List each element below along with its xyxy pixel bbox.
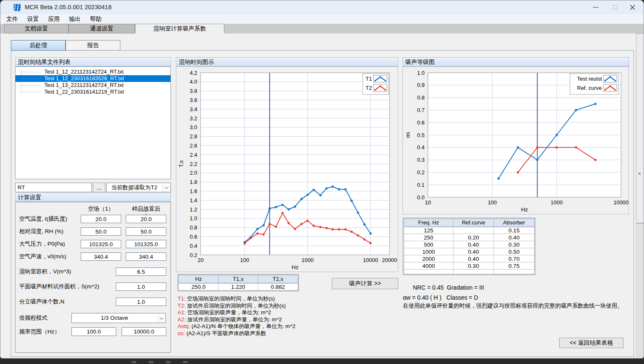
minimize-button[interactable]: [586, 0, 605, 14]
table-row: [404, 270, 535, 274]
data-target-select[interactable]: 当前数据读取为T2: [106, 183, 171, 192]
octave-mode-select[interactable]: 1/3 Octave: [71, 313, 166, 323]
temp-label: 空气温度, t(摄氏度): [19, 215, 67, 223]
close-button[interactable]: [623, 0, 642, 14]
svg-text:1.2: 1.2: [190, 206, 197, 213]
svg-text:2.0: 2.0: [190, 170, 197, 176]
temp-field-1[interactable]: [81, 215, 121, 223]
svg-text:20: 20: [198, 257, 204, 263]
pressure-label: 大气压力，P0(Pa): [19, 240, 65, 248]
note-text: 放试件后混响室的吸声量，单位为: m^2: [187, 316, 282, 323]
column-header: T1,s: [219, 275, 258, 283]
tree-branch-icon: [21, 92, 41, 92]
svg-text:100: 100: [240, 257, 249, 263]
sound-speed-field-2[interactable]: [126, 252, 166, 261]
calc-settings-title: 计算设置: [18, 194, 41, 201]
file-list-item[interactable]: Test 1_22_230316141219_RT.txt: [15, 89, 171, 95]
calc-settings-header: 计算设置: [15, 193, 171, 202]
subtab-post-process[interactable]: 后处理: [11, 40, 66, 51]
tree-branch-icon: [21, 85, 41, 86]
tab-document-settings[interactable]: 文档设置: [4, 24, 69, 33]
table-cell: [404, 270, 453, 274]
file-name: Test 1_13_221123142724_RT.txt: [44, 82, 124, 88]
svg-text:0.4: 0.4: [417, 144, 425, 150]
rt-chart-title: 混响时间图示: [179, 59, 214, 65]
svg-text:10000: 10000: [613, 199, 629, 206]
file-list-item[interactable]: Test 1_12_221123142724_RT.txt: [15, 69, 171, 75]
menu-item-help[interactable]: 帮助: [85, 14, 106, 24]
note-line: Aobj: (A2-A1)/N 单个物体的吸声量，单位为: m^2: [178, 323, 399, 330]
table-cell: 0.30: [494, 241, 535, 248]
svg-text:100: 100: [488, 199, 497, 206]
chevron-down-icon[interactable]: [163, 183, 170, 191]
table-cell: 0.40: [453, 248, 494, 255]
table-cell: 0.50: [494, 248, 535, 255]
menu-item-application[interactable]: 应用: [43, 14, 64, 24]
file-list-header: 混时间结果文件列表: [15, 57, 171, 66]
pressure-field-1[interactable]: [81, 240, 121, 248]
note-label: αs:: [178, 330, 186, 336]
temp-field-2[interactable]: [126, 215, 166, 223]
table-cell: 500: [404, 241, 453, 248]
svg-text:0.0: 0.0: [417, 194, 425, 201]
humidity-field-1[interactable]: [81, 227, 121, 236]
absorption-table: Freq. HzRef.curveAbsorber1250.152500.200…: [403, 218, 535, 275]
menu-item-file[interactable]: 文件: [2, 14, 23, 24]
svg-text:Hz: Hz: [292, 264, 299, 270]
menu-item-output[interactable]: 输出: [64, 14, 85, 24]
maximize-icon: [613, 5, 617, 10]
legend-notes: T1: 空场混响室的混响时间，单位为秒(s)T2: 放试件后混响室的混响时间，单…: [178, 295, 399, 337]
table-cell: 0.40: [453, 241, 494, 248]
column-header: Freq. Hz: [404, 219, 453, 227]
menu-item-settings[interactable]: 设置: [23, 14, 43, 24]
absorption-class-chart[interactable]: 0.00.10.20.30.40.50.60.70.80.91.01010010…: [402, 66, 629, 214]
octave-label: 倍频程模式: [19, 314, 48, 322]
chevron-down-icon[interactable]: [158, 314, 165, 322]
table-cell: 0.70: [494, 255, 535, 262]
file-list-item[interactable]: Test 1_13_221123142724_RT.txt: [15, 82, 171, 89]
sound-speed-field-1[interactable]: [81, 252, 121, 261]
area-field[interactable]: [116, 283, 166, 291]
svg-text:T,s: T,s: [178, 160, 184, 167]
collapse-left-icon[interactable]: <: [638, 171, 641, 176]
svg-text:0.7: 0.7: [417, 107, 425, 113]
absorption-calc-button[interactable]: 吸声计算 >>: [332, 278, 398, 289]
humidity-label: 相对湿度, RH (%): [19, 227, 64, 236]
table-row: 40000.300.75: [404, 262, 535, 270]
tab-reverb-room-absorption[interactable]: 混响室计算吸声系数: [135, 24, 224, 33]
maximize-button[interactable]: [605, 0, 624, 14]
file-list-item[interactable]: Test 1_12_230316183526_RT.txt: [15, 75, 171, 82]
humidity-field-2[interactable]: [126, 227, 166, 236]
tree-branch-icon: [21, 79, 41, 79]
svg-text:0.1: 0.1: [417, 182, 425, 188]
browse-button[interactable]: ...: [93, 183, 105, 192]
freq-max-field[interactable]: [122, 327, 166, 336]
collapsed-side-panel[interactable]: <: [636, 33, 644, 223]
pressure-field-2[interactable]: [126, 240, 166, 248]
note-label: Aobj:: [178, 323, 191, 329]
column-header: Absorber: [494, 219, 535, 227]
minimize-icon: [593, 7, 598, 8]
rt-chart-header: 混响时间图示: [176, 57, 398, 66]
nrc-result: NRC = 0.45 Gradation = III: [413, 284, 484, 291]
svg-text:1.6: 1.6: [190, 188, 197, 194]
svg-text:0.5: 0.5: [417, 132, 425, 138]
tab-strip: 文档设置通道设置混响室计算吸声系数: [0, 24, 644, 33]
note-line: T1: 空场混响室的混响时间，单位为秒(s): [178, 295, 399, 303]
volume-field[interactable]: [116, 267, 166, 276]
note-text: (A2-A1)/S 平面吸声体的吸声系数: [186, 330, 266, 336]
subtab-report[interactable]: 报告: [66, 40, 120, 51]
rt-chart[interactable]: 0.20.40.60.81.01.21.41.61.82.02.22.42.62…: [176, 66, 398, 272]
table-row: 2500.200.40: [404, 234, 535, 241]
svg-text:0.3: 0.3: [417, 157, 425, 163]
rt-filename-input[interactable]: [15, 183, 92, 192]
back-to-results-button[interactable]: << 返回结果表格: [559, 338, 624, 348]
note-line: T2: 放试件后混响室的混响时间，单位为秒(s): [178, 303, 399, 310]
svg-text:T1: T1: [366, 76, 372, 82]
tab-channel-settings[interactable]: 通道设置: [69, 24, 135, 33]
usage-note: 在使用此单值评价量的时候，强烈建议与按照标准获得的完整的吸声系数曲线一块使用。: [403, 302, 623, 310]
freq-min-field[interactable]: [71, 327, 116, 336]
note-label: A1:: [178, 309, 187, 316]
count-field[interactable]: [116, 298, 166, 306]
column-header: Ref.curve: [453, 219, 494, 227]
